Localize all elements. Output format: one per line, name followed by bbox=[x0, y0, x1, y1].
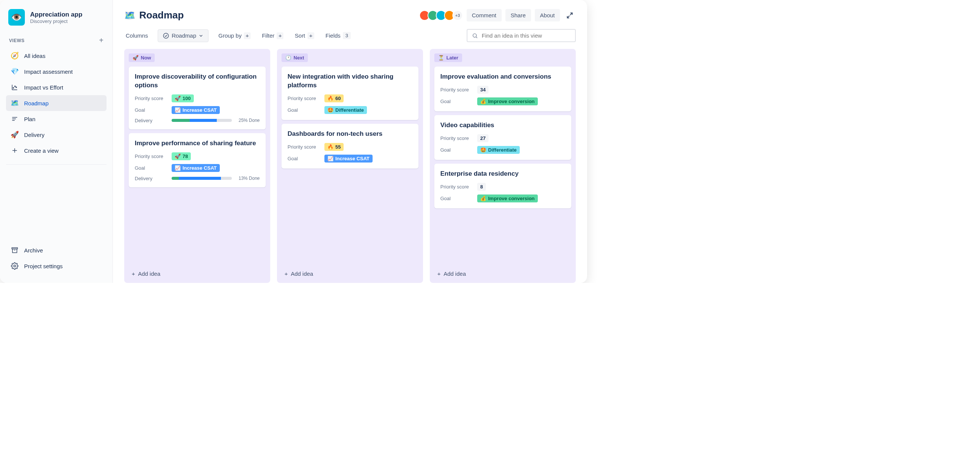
nav-icon bbox=[11, 115, 19, 123]
goal-icon: 🤩 bbox=[480, 147, 486, 153]
goal-chip: 🤩 Differentiate bbox=[477, 146, 520, 154]
priority-value: 100 bbox=[183, 95, 191, 101]
progress-done bbox=[172, 177, 179, 180]
priority-value: 8 bbox=[480, 184, 483, 190]
nav-icon: 💎 bbox=[11, 67, 19, 76]
idea-card[interactable]: Improve performance of sharing feature P… bbox=[129, 133, 266, 187]
sidebar-item-create-a-view[interactable]: Create a view bbox=[6, 143, 107, 159]
check-circle-icon bbox=[162, 32, 169, 39]
add-idea-label: Add idea bbox=[291, 271, 313, 277]
page-title: 🗺️ Roadmap bbox=[124, 10, 184, 21]
idea-card[interactable]: New integration with video sharing platf… bbox=[282, 67, 418, 120]
progress-inprogress bbox=[190, 119, 217, 122]
project-brand[interactable]: 👁️ Appreciation app Discovery project bbox=[6, 9, 107, 25]
column-next: 🕐NextNew integration with video sharing … bbox=[277, 49, 423, 283]
share-button[interactable]: Share bbox=[506, 9, 531, 21]
svg-point-13 bbox=[14, 265, 16, 267]
nav-icon bbox=[11, 83, 19, 91]
add-idea-button[interactable]: +Add idea bbox=[129, 266, 266, 278]
page-title-icon: 🗺️ bbox=[124, 10, 135, 21]
priority-row: Priority score 🚀 100 bbox=[135, 94, 260, 102]
column-tag: 🕐Next bbox=[282, 54, 308, 62]
goal-chip: 💰 Improve conversion bbox=[477, 97, 538, 105]
priority-row: Priority score 34 bbox=[440, 86, 565, 94]
svg-point-14 bbox=[163, 33, 169, 38]
priority-icon: 🚀 bbox=[175, 154, 181, 159]
field-label: Goal bbox=[135, 107, 168, 113]
field-label: Goal bbox=[135, 165, 168, 171]
goal-label: Increase CSAT bbox=[335, 156, 369, 162]
sort-button[interactable]: Sort + bbox=[293, 30, 316, 41]
sidebar-item-settings[interactable]: Project settings bbox=[6, 258, 107, 274]
expand-icon[interactable] bbox=[564, 10, 576, 21]
avatar-stack[interactable]: +3 bbox=[422, 10, 463, 21]
add-idea-button[interactable]: +Add idea bbox=[282, 266, 418, 278]
priority-row: Priority score 27 bbox=[440, 134, 565, 142]
card-title: Enterprise data residency bbox=[440, 170, 565, 178]
goal-icon: 💰 bbox=[480, 98, 486, 104]
add-view-button[interactable]: + bbox=[99, 36, 103, 45]
avatar-overflow[interactable]: +3 bbox=[452, 10, 463, 21]
goal-row: Goal 📈 Increase CSAT bbox=[288, 155, 412, 163]
search-input[interactable] bbox=[482, 32, 571, 39]
sidebar-item-archive[interactable]: Archive bbox=[6, 242, 107, 258]
idea-card[interactable]: Improve evaluation and conversions Prior… bbox=[434, 67, 571, 111]
priority-chip: 🚀 100 bbox=[172, 94, 194, 102]
sidebar-item-roadmap[interactable]: 🗺️Roadmap bbox=[6, 95, 107, 111]
svg-point-4 bbox=[16, 87, 17, 88]
goal-icon: 📈 bbox=[175, 165, 181, 171]
sidebar-item-label: Project settings bbox=[24, 263, 63, 270]
priority-value: 27 bbox=[480, 135, 485, 141]
column-tag: ⏳Later bbox=[434, 54, 462, 62]
topbar-right: +3 Comment Share About bbox=[422, 9, 576, 21]
priority-chip: 🔥 60 bbox=[325, 94, 344, 102]
idea-card[interactable]: Dashboards for non-tech users Priority s… bbox=[282, 124, 418, 168]
bottom-nav: Archive Project settings bbox=[6, 242, 107, 274]
field-label: Delivery bbox=[135, 118, 168, 124]
board: 🚀NowImprove discoverability of configura… bbox=[124, 49, 576, 283]
sidebar-item-label: Delivery bbox=[24, 132, 45, 138]
priority-value: 60 bbox=[335, 95, 340, 101]
goal-icon: 📈 bbox=[175, 107, 181, 113]
progress-inprogress bbox=[179, 177, 221, 180]
priority-chip: 34 bbox=[477, 86, 488, 94]
search-box[interactable] bbox=[467, 29, 576, 42]
plus-icon: + bbox=[277, 32, 283, 39]
comment-button[interactable]: Comment bbox=[467, 9, 502, 21]
add-idea-button[interactable]: +Add idea bbox=[434, 266, 571, 278]
nav-icon: 🧭 bbox=[11, 52, 19, 60]
column-icon: 🚀 bbox=[132, 55, 138, 60]
fields-button[interactable]: Fields 3 bbox=[324, 30, 352, 41]
card-title: Improve discoverability of configuration… bbox=[135, 73, 260, 90]
card-title: Improve evaluation and conversions bbox=[440, 73, 565, 81]
progress-done bbox=[172, 119, 190, 122]
goal-row: Goal 📈 Increase CSAT bbox=[135, 106, 260, 114]
plus-icon: + bbox=[132, 271, 135, 277]
views-nav: 🧭All ideas💎Impact assessmentImpact vs Ef… bbox=[6, 48, 107, 159]
plus-icon: + bbox=[307, 32, 314, 39]
sidebar-item-impact-assessment[interactable]: 💎Impact assessment bbox=[6, 63, 107, 79]
sidebar-item-plan[interactable]: Plan bbox=[6, 111, 107, 127]
columns-button[interactable]: Columns bbox=[124, 30, 150, 41]
group-by-button[interactable]: Group by + bbox=[217, 30, 252, 41]
goal-row: Goal 📈 Increase CSAT bbox=[135, 164, 260, 172]
priority-value: 34 bbox=[480, 87, 485, 92]
filter-button[interactable]: Filter + bbox=[261, 30, 285, 41]
field-label: Goal bbox=[288, 156, 321, 162]
priority-row: Priority score 🔥 55 bbox=[288, 143, 412, 151]
sidebar-item-all-ideas[interactable]: 🧭All ideas bbox=[6, 48, 107, 63]
about-button[interactable]: About bbox=[535, 9, 560, 21]
roadmap-filter-dropdown[interactable]: Roadmap bbox=[158, 29, 208, 42]
field-label: Priority score bbox=[288, 144, 321, 150]
priority-chip: 8 bbox=[477, 183, 486, 191]
idea-card[interactable]: Enterprise data residency Priority score… bbox=[434, 163, 571, 208]
idea-card[interactable]: Improve discoverability of configuration… bbox=[129, 67, 266, 129]
priority-chip: 🚀 78 bbox=[172, 152, 191, 160]
progress-text: 13% Done bbox=[239, 176, 260, 181]
idea-card[interactable]: Video capabilities Priority score 27 Goa… bbox=[434, 115, 571, 160]
goal-label: Differentiate bbox=[488, 147, 517, 153]
goal-label: Improve conversion bbox=[488, 196, 535, 201]
sidebar-item-delivery[interactable]: 🚀Delivery bbox=[6, 127, 107, 143]
sidebar-item-impact-vs-effort[interactable]: Impact vs Effort bbox=[6, 79, 107, 95]
goal-chip: 📈 Increase CSAT bbox=[325, 155, 372, 163]
